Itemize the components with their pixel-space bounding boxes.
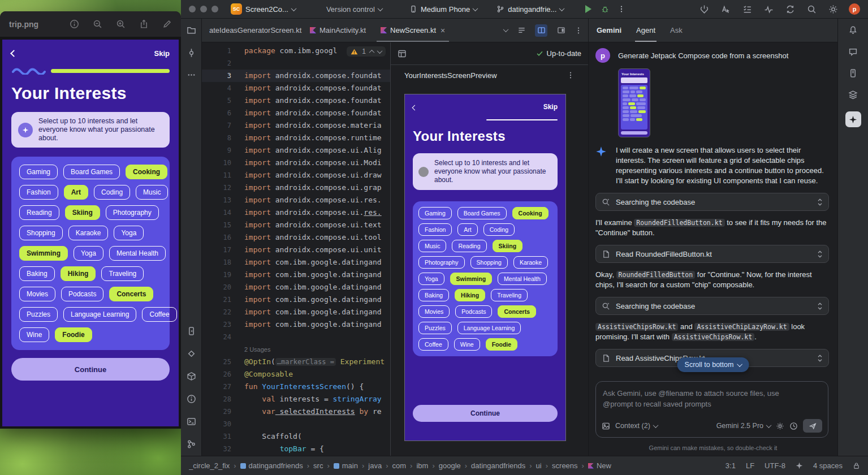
code-line[interactable]: 23import com.ibm.google.datingand: [202, 318, 390, 331]
skip-button[interactable]: Skip: [154, 49, 170, 58]
interest-chip[interactable]: Language Learning: [63, 307, 136, 322]
code-line[interactable]: 27fun YourInterestsScreen() {: [202, 381, 390, 393]
interest-chip[interactable]: Gaming: [418, 207, 452, 219]
zoom-out-icon[interactable]: [93, 19, 102, 29]
interest-chip[interactable]: Music: [418, 240, 446, 252]
caret-position[interactable]: 3:1: [726, 461, 736, 470]
code-line[interactable]: 30: [202, 418, 390, 430]
share-icon[interactable]: [139, 19, 149, 29]
task-list-icon[interactable]: [742, 5, 752, 14]
debug-button[interactable]: [601, 5, 610, 14]
tool-call-row[interactable]: Searching the codebase: [595, 193, 829, 211]
profiler-icon[interactable]: [764, 5, 774, 14]
version-control-tool-icon[interactable]: [187, 439, 196, 449]
build-variants-icon[interactable]: [187, 349, 196, 359]
preview-name[interactable]: YourInterestsScreenPreview: [404, 71, 497, 80]
maximize-window-icon[interactable]: [211, 6, 218, 12]
run-button[interactable]: [585, 5, 591, 13]
breadcrumb-item[interactable]: google: [439, 461, 461, 470]
project-widget[interactable]: SC Screen2Co...: [231, 3, 296, 15]
breadcrumb-item[interactable]: src: [313, 461, 323, 470]
scroll-to-bottom-button[interactable]: Scroll to bottom: [677, 357, 749, 372]
interest-chip[interactable]: Traveling: [491, 289, 528, 301]
interest-chip[interactable]: Concerts: [109, 287, 153, 301]
tab-agent[interactable]: Agent: [636, 19, 655, 42]
live-edit-icon[interactable]: [721, 5, 731, 14]
breadcrumb-item[interactable]: _circle_2_fix: [189, 461, 230, 470]
interest-chip[interactable]: Cooking: [512, 207, 549, 219]
code-line[interactable]: 13import androidx.compose.ui.res.: [202, 194, 390, 206]
code-line[interactable]: 14import androidx.compose.ui.res.: [202, 206, 390, 219]
interest-chip[interactable]: Reading: [452, 240, 486, 252]
interest-chip[interactable]: Hiking: [61, 266, 96, 281]
tab-ideas-generator-screen[interactable]: ateIdeasGeneratorScreen.kt: [202, 19, 303, 42]
code-line[interactable]: 32 topBar = {: [202, 443, 390, 455]
interest-chip[interactable]: Mental Health: [498, 273, 547, 285]
info-icon[interactable]: [70, 19, 79, 29]
code-line[interactable]: 7import androidx.compose.materia: [202, 119, 390, 132]
code-line[interactable]: 12import androidx.compose.ui.grap: [202, 182, 390, 194]
code-line[interactable]: 24: [202, 331, 390, 343]
breadcrumb-item[interactable]: ibm: [416, 461, 428, 470]
gemini-input-box[interactable]: Ask Gemini, use @filename to attach sour…: [595, 381, 828, 438]
interest-chip[interactable]: Movies: [418, 305, 450, 318]
split-editor-icon[interactable]: [398, 49, 407, 58]
interest-chip[interactable]: Board Games: [457, 207, 507, 219]
line-separator[interactable]: LF: [746, 461, 754, 470]
tab-ask[interactable]: Ask: [670, 19, 683, 42]
interest-chip[interactable]: Coffee: [142, 307, 176, 322]
window-controls[interactable]: [189, 6, 218, 12]
interest-chip[interactable]: Shopping: [470, 256, 508, 269]
device-explorer-icon[interactable]: [848, 68, 858, 78]
close-window-icon[interactable]: [189, 6, 196, 12]
gemini-status-icon[interactable]: [796, 462, 803, 469]
tab-list-chevron-icon[interactable]: [503, 27, 509, 32]
back-icon[interactable]: [11, 48, 16, 58]
gemini-settings-icon[interactable]: [776, 422, 784, 430]
expand-collapse-icon[interactable]: [817, 250, 823, 258]
code-line[interactable]: 21import com.ibm.google.datingand: [202, 293, 390, 306]
code-line[interactable]: 28 val interests = stringArray: [202, 393, 390, 405]
interest-chip[interactable]: Coding: [94, 185, 130, 200]
interest-chip[interactable]: Language Learning: [457, 322, 521, 334]
interest-chip[interactable]: Foodie: [55, 327, 92, 342]
tab-new-screen[interactable]: NewScreen.kt ×: [373, 19, 452, 42]
interest-chip[interactable]: Puzzles: [418, 322, 452, 334]
ai-assistant-icon[interactable]: [848, 47, 858, 57]
interest-chip[interactable]: Photography: [106, 205, 159, 220]
close-tab-icon[interactable]: ×: [441, 26, 445, 35]
interest-chip[interactable]: Karaoke: [68, 226, 109, 240]
interest-chip[interactable]: Cooking: [126, 165, 167, 179]
attach-image-icon[interactable]: [602, 422, 610, 430]
breadcrumb-item[interactable]: datingandfriends: [471, 461, 525, 470]
breadcrumb-item[interactable]: ui: [536, 461, 542, 470]
running-devices-icon[interactable]: [187, 326, 196, 336]
tool-call-row[interactable]: Searching the codebase: [595, 297, 829, 315]
continue-button[interactable]: Continue: [11, 358, 170, 381]
interest-chip[interactable]: Fashion: [418, 223, 452, 236]
sync-project-icon[interactable]: [785, 5, 795, 14]
interest-chip[interactable]: Wine: [454, 338, 480, 351]
interest-chip[interactable]: Yoga: [114, 226, 144, 240]
layout-inspector-icon[interactable]: [699, 5, 709, 14]
notifications-bell-icon[interactable]: [848, 25, 858, 35]
more-tools-icon[interactable]: [187, 71, 196, 79]
interest-chip[interactable]: Photography: [418, 256, 465, 269]
code-line[interactable]: 16import androidx.compose.ui.tool: [202, 231, 390, 244]
interest-chip[interactable]: Karaoke: [513, 256, 548, 269]
code-line[interactable]: 2: [202, 57, 390, 70]
problems-tool-icon[interactable]: [187, 394, 196, 404]
code-line[interactable]: 22import com.ibm.google.datingand: [202, 306, 390, 318]
interest-chip[interactable]: Mental Health: [109, 246, 166, 261]
code-line[interactable]: 9import androidx.compose.ui.Alig: [202, 144, 390, 157]
terminal-tool-icon[interactable]: [187, 417, 196, 426]
interest-chip[interactable]: Hiking: [455, 289, 485, 301]
preview-options-icon[interactable]: [567, 71, 575, 79]
readonly-lock-icon[interactable]: [853, 462, 860, 469]
interest-chip[interactable]: Baking: [19, 266, 55, 281]
breadcrumb-item[interactable]: main: [334, 461, 358, 470]
code-line[interactable]: 26@Composable: [202, 368, 390, 381]
code-line[interactable]: 25@OptIn(…markerClass = Experiment: [202, 356, 390, 368]
tool-call-row[interactable]: Read RoundedFilledButton.kt: [595, 245, 829, 263]
interest-chip[interactable]: Art: [64, 185, 88, 200]
